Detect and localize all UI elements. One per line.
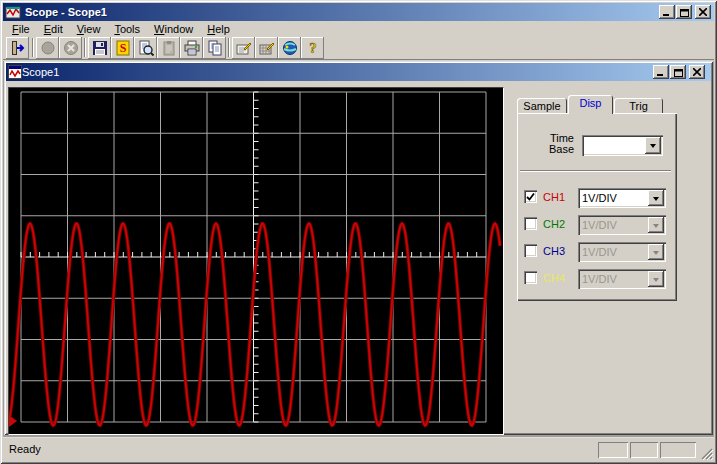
ch2-dropdown-button xyxy=(648,217,664,233)
scope1-title: Scope1 xyxy=(22,66,59,78)
stop-button xyxy=(59,37,82,59)
ch2-volts-select: 1V/DIV xyxy=(578,215,666,235)
exit-button[interactable] xyxy=(6,37,29,59)
ch4-checkbox[interactable] xyxy=(524,271,537,284)
minimize-button[interactable] xyxy=(659,5,675,19)
print-preview-icon xyxy=(138,40,154,56)
save-button[interactable] xyxy=(88,37,111,59)
print-icon xyxy=(184,40,200,56)
status-panel xyxy=(598,442,628,458)
minimize-icon xyxy=(657,68,665,76)
chevron-down-icon xyxy=(653,278,659,285)
web-icon xyxy=(282,40,298,56)
save-icon xyxy=(92,40,108,56)
toolbar-separator xyxy=(32,38,34,57)
time-base-label: Time Base xyxy=(530,133,574,155)
oscilloscope-display xyxy=(8,87,504,435)
maximize-icon xyxy=(680,8,689,17)
record-icon xyxy=(40,40,56,56)
toolbar-separator xyxy=(228,38,230,57)
child-maximize-button[interactable] xyxy=(670,65,686,79)
time-base-select[interactable] xyxy=(582,135,663,156)
check-icon xyxy=(525,191,536,202)
ch3-label: CH3 xyxy=(543,245,565,257)
menu-window[interactable]: Window xyxy=(147,22,200,36)
menu-view[interactable]: View xyxy=(70,22,108,36)
chevron-down-icon xyxy=(653,197,659,204)
status-message: Ready xyxy=(9,443,41,455)
chevron-down-icon xyxy=(653,251,659,258)
edit-properties-button[interactable] xyxy=(232,37,255,59)
menu-bar: File Edit View Tools Window Help xyxy=(3,21,714,36)
help-button[interactable]: ? xyxy=(301,37,324,59)
tab-disp[interactable]: Disp xyxy=(568,95,613,114)
time-base-dropdown-button[interactable] xyxy=(645,137,661,154)
tab-sample[interactable]: Sample xyxy=(517,98,567,113)
minimize-icon xyxy=(663,8,671,16)
edit-grid-button[interactable] xyxy=(255,37,278,59)
ch4-label: CH4 xyxy=(543,272,565,284)
print-preview-button[interactable] xyxy=(134,37,157,59)
ch3-checkbox[interactable] xyxy=(524,244,537,257)
scope-svg xyxy=(9,88,503,434)
scope1-window: Scope1 Sample Disp xyxy=(4,61,713,435)
ch2-label: CH2 xyxy=(543,218,565,230)
app-icon xyxy=(5,4,21,20)
copy-button[interactable] xyxy=(203,37,226,59)
exit-icon xyxy=(10,40,26,56)
ch1-volts-select[interactable]: 1V/DIV xyxy=(578,188,666,208)
chevron-down-icon xyxy=(653,224,659,231)
ch3-volts-select: 1V/DIV xyxy=(578,242,666,262)
ch1-checkbox[interactable] xyxy=(524,190,537,203)
svg-text:?: ? xyxy=(309,40,317,56)
help-icon: ? xyxy=(305,40,321,56)
menu-edit[interactable]: Edit xyxy=(37,22,70,36)
ch3-dropdown-button xyxy=(648,244,664,260)
svg-text:S: S xyxy=(119,41,126,55)
maximize-button[interactable] xyxy=(676,5,692,19)
menu-tools[interactable]: Tools xyxy=(107,22,147,36)
scope1-client: Sample Disp Trig Time Base CH1 xyxy=(6,81,711,433)
ch2-checkbox[interactable] xyxy=(524,217,537,230)
scope-s-icon: S xyxy=(115,40,131,56)
child-minimize-button[interactable] xyxy=(653,65,669,79)
record-button xyxy=(36,37,59,59)
ch4-dropdown-button xyxy=(648,271,664,287)
close-button[interactable] xyxy=(695,5,711,19)
application-window: Scope - Scope1 File Edit View Tools Wind… xyxy=(0,0,717,464)
close-icon xyxy=(699,8,707,16)
tab-trig[interactable]: Trig xyxy=(614,98,663,113)
edit-grid-icon xyxy=(259,40,275,56)
paste-icon xyxy=(161,40,177,56)
toolbar-separator xyxy=(84,38,86,57)
print-button[interactable] xyxy=(180,37,203,59)
ch4-volts-select: 1V/DIV xyxy=(578,269,666,289)
paste-button xyxy=(157,37,180,59)
copy-icon xyxy=(207,40,223,56)
status-panel xyxy=(660,442,696,458)
web-button[interactable] xyxy=(278,37,301,59)
main-titlebar[interactable]: Scope - Scope1 xyxy=(3,3,714,21)
status-panel xyxy=(630,442,658,458)
maximize-icon xyxy=(674,68,683,77)
chevron-down-icon xyxy=(650,144,656,151)
close-icon xyxy=(693,68,701,76)
ch1-label: CH1 xyxy=(543,191,565,203)
menu-help[interactable]: Help xyxy=(200,22,237,36)
ch1-dropdown-button[interactable] xyxy=(648,190,664,206)
resize-grip[interactable] xyxy=(700,447,713,460)
edit-card-icon xyxy=(236,40,252,56)
scope-settings-button[interactable]: S xyxy=(111,37,134,59)
status-bar: Ready xyxy=(3,437,714,461)
stop-icon xyxy=(63,40,79,56)
window-title: Scope - Scope1 xyxy=(25,6,107,18)
panel-separator xyxy=(520,170,671,172)
child-close-button[interactable] xyxy=(689,65,705,79)
mdi-area: Scope1 Sample Disp xyxy=(3,61,714,437)
toolbar: S xyxy=(3,36,714,60)
scope1-window-icon xyxy=(8,65,22,79)
scope1-titlebar[interactable]: Scope1 xyxy=(6,63,711,81)
menu-file[interactable]: File xyxy=(5,22,37,36)
